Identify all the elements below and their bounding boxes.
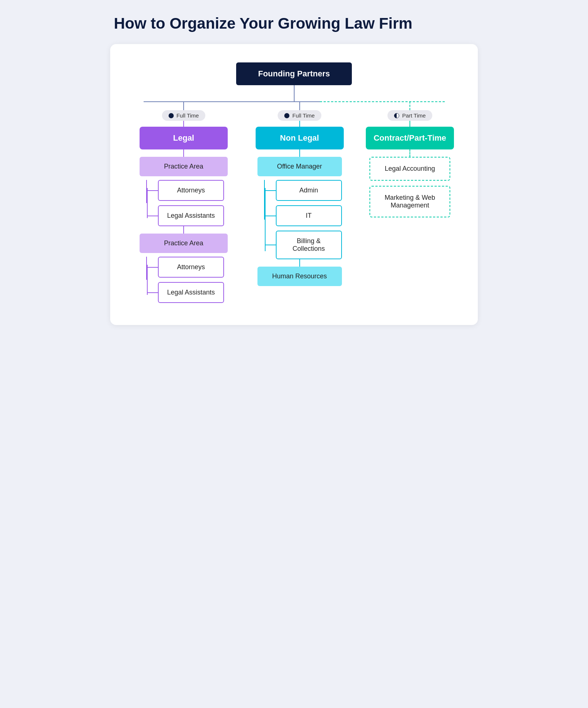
om-children-area: Admin IT Billing & Collections <box>254 180 346 259</box>
legal-column: Full Time Legal Practice Area <box>129 101 239 303</box>
fp-vertical-connector <box>294 85 295 101</box>
full-time-dot-nonlegal <box>284 113 289 118</box>
practice-area-2-label: Practice Area <box>164 239 203 247</box>
pa1-children: Attorneys Legal Assistants <box>147 180 224 226</box>
nonlegal-badge-vert <box>299 121 300 127</box>
attorneys-1-box: Attorneys <box>158 180 224 201</box>
legal-accounting-label: Legal Accounting <box>385 165 435 172</box>
office-manager-label: Office Manager <box>277 163 322 170</box>
nonlegal-box: Non Legal <box>256 127 344 149</box>
full-time-dot-legal <box>169 113 174 118</box>
contract-label: Contract/Part-Time <box>374 133 446 142</box>
org-chart: Founding Partners <box>125 62 463 303</box>
nonlegal-label: Non Legal <box>280 133 319 142</box>
legal-badge-label: Full Time <box>177 112 199 119</box>
attorneys-2-label: Attorneys <box>177 263 205 271</box>
practice-area-1-group: Practice Area Attorneys <box>136 157 231 226</box>
contract-badge-label: Part Time <box>402 112 426 119</box>
legal-assistants-1-label: Legal Assistants <box>167 212 215 219</box>
contract-badge-section: Part Time <box>387 101 432 127</box>
practice-area-1-box: Practice Area <box>140 157 228 176</box>
pa2-bracket <box>136 257 147 303</box>
office-manager-box: Office Manager <box>257 157 342 176</box>
legal-label: Legal <box>173 133 194 142</box>
contract-badge: Part Time <box>387 110 432 121</box>
pa1-bracket <box>136 180 147 226</box>
legal-badge: Full Time <box>162 110 206 121</box>
om-bracket <box>254 180 265 259</box>
page-wrapper: How to Organize Your Growing Law Firm Fo… <box>110 15 478 325</box>
legal-badge-vert <box>183 121 184 127</box>
attorneys-2-row: Attorneys <box>158 257 224 278</box>
attorneys-1-label: Attorneys <box>177 187 205 194</box>
contract-column: Part Time Contract/Part-Time Legal Accou… <box>360 101 459 217</box>
admin-row: Admin <box>276 180 342 201</box>
billing-label: Billing & Collections <box>292 237 325 252</box>
human-resources-label: Human Resources <box>272 272 327 280</box>
chart-card: Founding Partners <box>110 44 478 325</box>
nonlegal-column: Full Time Non Legal Office Manager <box>252 101 347 286</box>
it-label: IT <box>306 212 312 219</box>
founding-partners-label: Founding Partners <box>258 69 330 78</box>
legal-assistants-2-label: Legal Assistants <box>167 289 215 296</box>
legal-to-pa2 <box>183 226 184 234</box>
it-box: IT <box>276 205 342 226</box>
legal-top-vert <box>183 101 184 110</box>
legal-accounting-box: Legal Accounting <box>369 157 450 181</box>
contract-badge-vert <box>410 121 410 127</box>
contract-box: Contract/Part-Time <box>366 127 454 149</box>
legal-assistants-2-box: Legal Assistants <box>158 282 224 303</box>
pa2-children: Attorneys Legal Assistants <box>147 257 224 303</box>
admin-label: Admin <box>299 187 318 194</box>
nonlegal-badge-section: Full Time <box>278 101 321 127</box>
contract-top-vert <box>410 101 410 110</box>
marketing-box: Marketing & Web Management <box>369 186 450 217</box>
it-row: IT <box>276 205 342 226</box>
nonlegal-badge: Full Time <box>278 110 321 121</box>
page-title: How to Organize Your Growing Law Firm <box>110 15 478 32</box>
legal-badge-section: Full Time <box>162 101 206 127</box>
human-resources-box: Human Resources <box>257 267 342 286</box>
legal-assistants-1-row: Legal Assistants <box>158 205 224 226</box>
legal-box: Legal <box>140 127 228 149</box>
legal-to-pa1 <box>183 149 184 157</box>
founding-partners-box: Founding Partners <box>236 62 352 85</box>
nonlegal-badge-label: Full Time <box>292 112 315 119</box>
admin-box: Admin <box>276 180 342 201</box>
legal-assistants-1-box: Legal Assistants <box>158 205 224 226</box>
practice-area-2-group: Practice Area Attorneys <box>136 234 231 303</box>
nonlegal-to-hr <box>299 259 300 267</box>
nonlegal-to-om <box>299 149 300 157</box>
part-time-dot <box>394 113 399 118</box>
attorneys-1-row: Attorneys <box>158 180 224 201</box>
practice-area-2-box: Practice Area <box>140 234 228 253</box>
pa2-children-row: Attorneys Legal Assistants <box>136 257 231 303</box>
contract-to-items <box>410 149 410 157</box>
practice-area-1-label: Practice Area <box>164 163 203 170</box>
om-children: Admin IT Billing & Collections <box>265 180 342 259</box>
legal-assistants-2-row: Legal Assistants <box>158 282 224 303</box>
nonlegal-top-vert <box>299 101 300 110</box>
top-section: Founding Partners <box>125 62 463 101</box>
pa1-children-row: Attorneys Legal Assistants <box>136 180 231 226</box>
billing-row: Billing & Collections <box>276 231 342 259</box>
marketing-label: Marketing & Web Management <box>385 194 435 209</box>
billing-box: Billing & Collections <box>276 231 342 259</box>
three-columns: Full Time Legal Practice Area <box>125 101 463 303</box>
attorneys-2-box: Attorneys <box>158 257 224 278</box>
